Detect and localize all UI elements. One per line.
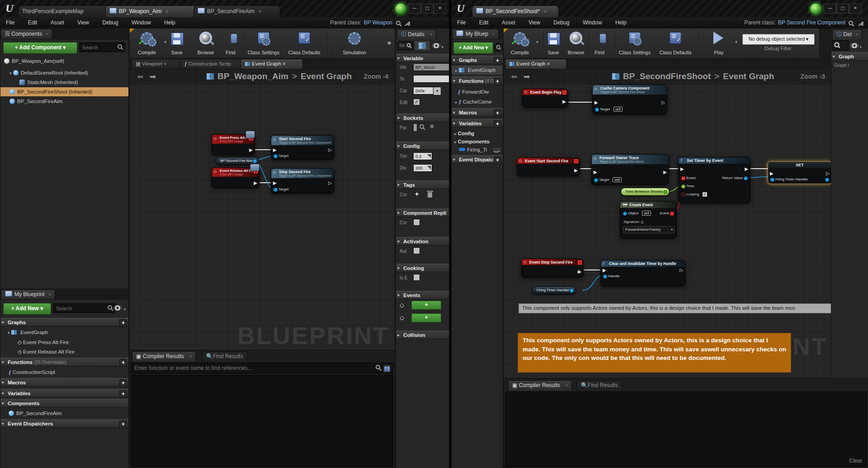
class-settings-button[interactable]: Class Settings bbox=[246, 31, 281, 56]
node-stop-second-fire[interactable]: ◇Stop Second FireTarget is BP Second Fir… bbox=[271, 168, 334, 194]
find-in-blueprints-button[interactable] bbox=[382, 364, 392, 373]
variable-visibility-toggle[interactable] bbox=[492, 147, 501, 153]
event-dispatchers-section-header[interactable]: Event Dispatche+ bbox=[452, 155, 503, 164]
details-tab[interactable]: ⓘ Det× bbox=[832, 29, 862, 40]
visibility-filter-icon[interactable]: ▾ bbox=[113, 304, 126, 312]
maximize-button[interactable]: □ bbox=[836, 4, 849, 14]
construction-script-tab[interactable]: ƒ Construction Scrip bbox=[180, 59, 247, 69]
node-forward-owner-trace[interactable]: ◇Forward Owner TraceTarget is BP Second … bbox=[591, 154, 669, 185]
play-button[interactable]: Play bbox=[705, 31, 732, 56]
variable-section[interactable]: Variable bbox=[396, 54, 449, 62]
category-caret[interactable]: ▾ bbox=[433, 87, 441, 95]
variable-getter-time-between-shoots[interactable]: Time Between Shoots bbox=[621, 188, 670, 196]
debug-object-selector[interactable]: No debug object selected ▾ bbox=[742, 34, 815, 45]
node-clear-invalidate-timer[interactable]: ƒClear and Invalidate Timer by Handle ▶ … bbox=[600, 260, 685, 286]
my-blueprint-search-input[interactable] bbox=[53, 303, 115, 313]
object-pin[interactable] bbox=[623, 212, 627, 216]
exec-out-pin[interactable]: ▷ bbox=[826, 171, 830, 176]
function-forwardownertrace-row[interactable]: ƒ ForwardOw bbox=[452, 87, 503, 96]
functions-section-header[interactable]: Functions (4 Ove+ bbox=[452, 76, 503, 85]
event-release-alt-fire-row[interactable]: ◇ Event Release Alt Fire bbox=[0, 347, 128, 356]
exec-out-pin[interactable]: ▶ bbox=[745, 167, 748, 171]
close-icon[interactable]: × bbox=[547, 61, 550, 66]
exec-out-pin[interactable]: ▶ bbox=[562, 99, 566, 104]
replicates-checkbox[interactable] bbox=[413, 219, 420, 226]
events-section[interactable]: Events bbox=[396, 291, 449, 299]
eventgraph-row[interactable]: ▾ EventGraph bbox=[0, 328, 128, 337]
functions-section-header[interactable]: Functions (26 Overridable)+ bbox=[0, 358, 128, 366]
self-literal[interactable]: self bbox=[613, 107, 623, 112]
simulation-button[interactable]: Simulation bbox=[339, 31, 370, 56]
exec-out-pin[interactable]: ▶ bbox=[254, 181, 257, 185]
exec-in-pin[interactable]: ▶ bbox=[594, 100, 598, 105]
node-event-stop-second-fire[interactable]: ◇Event Stop Second Fire ▶ bbox=[521, 259, 584, 278]
output-pin[interactable] bbox=[253, 159, 257, 163]
node-cache-camera-component[interactable]: ◇Cache Camera ComponentTarget is BP Seco… bbox=[592, 85, 667, 114]
add-variable-button[interactable]: + bbox=[494, 120, 501, 128]
component-row-self[interactable]: BP_Weapon_Aim(self) bbox=[0, 57, 128, 66]
is-editor-only-checkbox[interactable] bbox=[413, 274, 420, 281]
exec-out-pin[interactable]: ▷ bbox=[679, 268, 683, 273]
variable-getter-firing-timer-handler[interactable]: Firing Timer Handler bbox=[532, 286, 576, 294]
event-binding-dropdown[interactable]: ForwardOwnerTrace() bbox=[623, 226, 675, 233]
event-press-alt-fire-row[interactable]: ◇ Event Press Alt Fire bbox=[0, 338, 128, 347]
add-event-button[interactable]: + bbox=[411, 313, 441, 322]
menu-window[interactable]: Window bbox=[577, 17, 608, 28]
property-matrix-icon[interactable] bbox=[414, 40, 430, 51]
details-tab[interactable]: ⓘ Details × bbox=[397, 29, 436, 40]
node-set-timer-by-event[interactable]: ƒSet Timer by Event ▶ ▶ Event Time Loopi… bbox=[678, 157, 750, 203]
handle-pin[interactable] bbox=[603, 274, 607, 279]
menu-debug[interactable]: Debug bbox=[96, 17, 124, 28]
components-section-header[interactable]: Components bbox=[0, 399, 128, 407]
menu-help[interactable]: Help bbox=[609, 17, 632, 28]
target-pin[interactable] bbox=[595, 108, 599, 112]
variables-section-header[interactable]: Variables+ bbox=[0, 389, 128, 397]
display-filter-eye-icon[interactable]: ▾ bbox=[432, 42, 443, 50]
function-cachecamera-row[interactable]: ▸ ƒ CacheCame bbox=[452, 97, 503, 106]
component-replication-section[interactable]: Component Repli bbox=[396, 208, 449, 217]
add-new-button[interactable]: + Add New ▾ bbox=[453, 42, 493, 54]
event-pin[interactable] bbox=[681, 176, 685, 180]
add-variable-button[interactable]: + bbox=[119, 390, 127, 398]
clear-button[interactable]: Clear bbox=[849, 458, 862, 464]
tooltip-value[interactable] bbox=[413, 75, 449, 83]
add-graph-button[interactable]: + bbox=[494, 57, 501, 65]
event-graph-canvas[interactable]: ⬅ ➡ BP_SecondFireShoot>Event Graph Zoom … bbox=[503, 69, 832, 379]
return-value-pin[interactable] bbox=[744, 176, 748, 180]
search-icon[interactable] bbox=[376, 365, 382, 371]
my-blueprint-tab[interactable]: My Bluep× bbox=[452, 29, 499, 39]
target-pin[interactable] bbox=[274, 188, 278, 192]
sockets-section[interactable]: Sockets bbox=[396, 113, 449, 122]
macros-section-header[interactable]: Macros+ bbox=[452, 108, 503, 117]
menu-asset[interactable]: Asset bbox=[45, 17, 70, 28]
add-dispatcher-button[interactable]: + bbox=[119, 421, 127, 428]
target-pin[interactable] bbox=[594, 178, 598, 182]
compiler-results-tab[interactable]: ▣ Compiler Results × bbox=[508, 380, 572, 391]
menu-view[interactable]: View bbox=[71, 17, 95, 28]
menu-debug[interactable]: Debug bbox=[547, 17, 575, 28]
menu-window[interactable]: Window bbox=[126, 17, 157, 28]
revert-icon[interactable] bbox=[427, 166, 431, 170]
asset-tab-thirdpersonexamplemap[interactable]: ThirdPersonExampleMap bbox=[18, 5, 111, 18]
component-row-bp-secondfireaim[interactable]: BP_SecondFireAim bbox=[0, 97, 128, 106]
parent-class-link[interactable]: BP Weapon bbox=[363, 19, 392, 26]
maximize-button[interactable]: □ bbox=[421, 4, 434, 14]
auto-activate-checkbox[interactable] bbox=[413, 247, 420, 254]
exec-out-pin[interactable]: ▷ bbox=[661, 100, 665, 105]
asset-tab-bp-secondfireaim[interactable]: BP_SecondFireAim× bbox=[193, 5, 280, 18]
constructionscript-row[interactable]: ƒ ConstructionScript bbox=[0, 368, 128, 377]
exec-out-pin[interactable]: ▶ bbox=[574, 168, 578, 173]
exec-out-pin[interactable]: ▶ bbox=[663, 170, 667, 175]
tags-section[interactable]: Tags bbox=[396, 180, 449, 189]
details-search[interactable] bbox=[832, 40, 849, 50]
exec-out-pin[interactable]: ▷ bbox=[328, 181, 332, 185]
value-pin[interactable] bbox=[770, 178, 774, 182]
looping-pin[interactable] bbox=[681, 193, 685, 197]
output-pin[interactable] bbox=[570, 288, 574, 293]
exec-in-pin[interactable]: ▶ bbox=[273, 148, 277, 152]
viewport-tab[interactable]: ▦ Viewport × bbox=[131, 59, 186, 69]
close-tab-icon[interactable]: × bbox=[259, 9, 261, 14]
distance-value[interactable]: 200 bbox=[413, 164, 432, 172]
variables-config-category[interactable]: ▸ Config bbox=[452, 129, 503, 138]
node-create-event[interactable]: Create Event Object self Event Signature… bbox=[620, 201, 677, 238]
